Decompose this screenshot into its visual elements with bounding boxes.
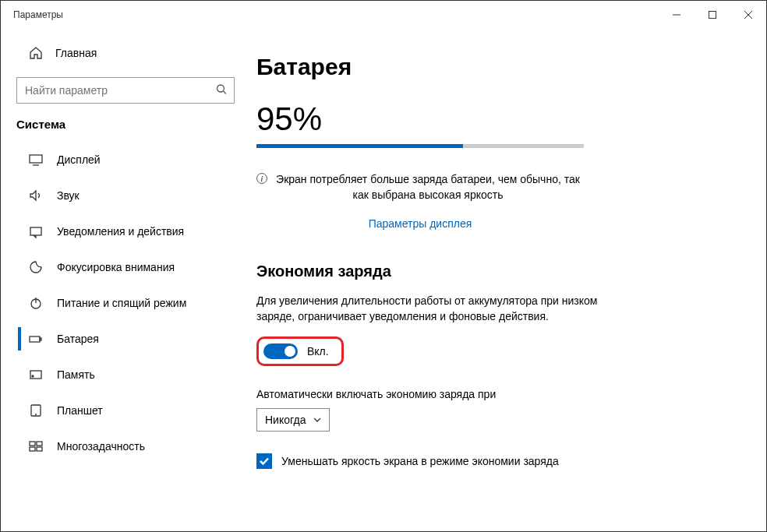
saver-heading: Экономия заряда	[256, 262, 735, 280]
sidebar-item-label: Питание и спящий режим	[57, 297, 186, 309]
sidebar-item-multitasking[interactable]: Многозадачность	[1, 428, 250, 464]
svg-rect-20	[37, 447, 42, 451]
svg-rect-11	[30, 336, 40, 342]
battery-percent: 95%	[256, 100, 735, 138]
search-box	[16, 77, 235, 104]
info-row: i Экран потребляет больше заряда батареи…	[256, 171, 584, 203]
brightness-checkbox-row[interactable]: Уменьшать яркость экрана в режиме эконом…	[256, 453, 735, 469]
storage-icon	[29, 368, 43, 382]
svg-rect-18	[37, 442, 42, 446]
tablet-icon	[29, 403, 43, 417]
saver-toggle-label: Вкл.	[307, 345, 329, 358]
search-icon	[216, 84, 227, 97]
display-icon	[29, 153, 43, 167]
svg-point-14	[32, 375, 34, 377]
content: Батарея 95% i Экран потребляет больше за…	[250, 29, 766, 531]
svg-point-4	[217, 85, 224, 92]
sidebar-item-tablet[interactable]: Планшет	[1, 393, 250, 428]
sidebar-home[interactable]: Главная	[1, 38, 250, 68]
check-icon	[259, 456, 270, 467]
home-icon	[29, 46, 43, 60]
svg-rect-12	[40, 338, 41, 340]
sidebar-item-label: Многозадачность	[57, 440, 145, 453]
minimize-button[interactable]	[659, 2, 695, 27]
sidebar: Главная Система Дисплей Звук Уведомления…	[1, 29, 250, 531]
titlebar: Параметры	[1, 1, 766, 29]
saver-toggle-highlight: Вкл.	[256, 336, 344, 366]
auto-saver-select[interactable]: Никогда	[256, 408, 330, 432]
brightness-checkbox-label: Уменьшать яркость экрана в режиме эконом…	[281, 455, 559, 467]
notifications-icon	[29, 224, 43, 238]
sidebar-item-label: Звук	[57, 189, 80, 202]
saver-desc: Для увеличения длительности работы от ак…	[256, 293, 599, 325]
sidebar-item-focus[interactable]: Фокусировка внимания	[1, 249, 250, 285]
sidebar-item-label: Планшет	[57, 404, 103, 417]
maximize-button[interactable]	[695, 2, 730, 27]
sidebar-item-storage[interactable]: Память	[1, 357, 250, 393]
power-icon	[29, 296, 43, 310]
sidebar-item-label: Фокусировка внимания	[57, 261, 175, 273]
saver-toggle[interactable]	[263, 344, 298, 359]
page-title: Батарея	[256, 54, 735, 80]
sidebar-section-title: Система	[1, 118, 250, 142]
sidebar-item-notifications[interactable]: Уведомления и действия	[1, 213, 250, 249]
sidebar-item-label: Уведомления и действия	[57, 225, 184, 238]
toggle-knob	[285, 346, 295, 357]
sidebar-item-label: Батарея	[57, 333, 99, 345]
svg-rect-8	[30, 227, 41, 235]
sound-icon	[29, 188, 43, 203]
auto-saver-label: Автоматически включать экономию заряда п…	[256, 388, 735, 400]
window-controls	[659, 2, 766, 27]
sidebar-item-display[interactable]: Дисплей	[1, 142, 250, 178]
window-title: Параметры	[13, 9, 63, 20]
multitasking-icon	[29, 439, 43, 453]
battery-icon	[29, 332, 43, 346]
sidebar-item-label: Память	[57, 368, 95, 381]
battery-progress-fill	[256, 144, 463, 148]
display-settings-link[interactable]: Параметры дисплея	[256, 217, 584, 230]
sidebar-item-label: Дисплей	[57, 153, 101, 166]
svg-rect-6	[30, 155, 42, 163]
info-text: Экран потребляет больше заряда батареи, …	[272, 171, 584, 203]
svg-rect-17	[30, 442, 35, 446]
focus-icon	[29, 260, 43, 274]
svg-line-5	[224, 91, 227, 94]
sidebar-item-battery[interactable]: Батарея	[1, 321, 250, 357]
search-input[interactable]	[16, 77, 235, 104]
svg-rect-1	[709, 12, 716, 19]
battery-progress	[256, 144, 584, 148]
brightness-checkbox[interactable]	[256, 453, 272, 469]
auto-saver-value: Никогда	[265, 414, 306, 426]
sidebar-home-label: Главная	[55, 47, 97, 59]
svg-rect-19	[30, 447, 35, 451]
svg-rect-13	[30, 371, 41, 379]
close-button[interactable]	[730, 2, 766, 27]
sidebar-item-power[interactable]: Питание и спящий режим	[1, 285, 250, 321]
info-icon: i	[256, 173, 267, 184]
sidebar-item-sound[interactable]: Звук	[1, 178, 250, 213]
chevron-down-icon	[313, 416, 321, 424]
